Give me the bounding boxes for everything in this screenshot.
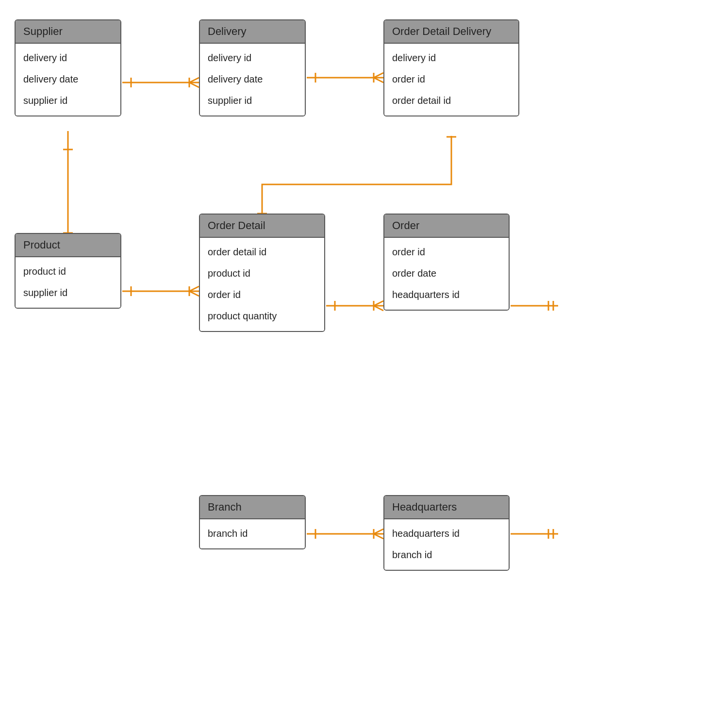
odd-field-2: order detail id — [392, 90, 511, 112]
order-detail-header: Order Detail — [200, 215, 324, 238]
delivery-field-1: delivery date — [208, 69, 297, 90]
branch-header: Branch — [200, 496, 305, 519]
branch-field-0: branch id — [208, 523, 297, 545]
svg-line-6 — [374, 73, 383, 78]
supplier-field-0: delivery id — [23, 48, 113, 69]
branch-table: Branch branch id — [199, 495, 306, 549]
product-header: Product — [16, 234, 120, 257]
product-field-1: supplier id — [23, 282, 113, 304]
hq-field-0: headquarters id — [392, 523, 501, 545]
order-detail-delivery-body: delivery id order id order detail id — [384, 44, 518, 116]
odd-field-1: order id — [392, 69, 511, 90]
delivery-header: Delivery — [200, 20, 305, 44]
order-detail-delivery-table: Order Detail Delivery delivery id order … — [383, 19, 519, 116]
od-field-0: order detail id — [208, 242, 316, 263]
product-body: product id supplier id — [16, 257, 120, 308]
order-detail-table: Order Detail order detail id product id … — [199, 214, 325, 332]
branch-body: branch id — [200, 519, 305, 548]
hq-field-1: branch id — [392, 545, 501, 566]
odd-field-0: delivery id — [392, 48, 511, 69]
supplier-header: Supplier — [16, 20, 120, 44]
headquarters-header: Headquarters — [384, 496, 509, 519]
delivery-field-0: delivery id — [208, 48, 297, 69]
supplier-field-2: supplier id — [23, 90, 113, 112]
svg-line-16 — [189, 286, 199, 291]
order-field-1: order date — [392, 263, 501, 284]
product-table: Product product id supplier id — [15, 233, 121, 309]
svg-line-1 — [189, 78, 199, 83]
order-detail-body: order detail id product id order id prod… — [200, 238, 324, 331]
svg-line-34 — [374, 534, 383, 539]
headquarters-body: headquarters id branch id — [384, 519, 509, 570]
od-field-2: order id — [208, 284, 316, 306]
supplier-body: delivery id delivery date supplier id — [16, 44, 120, 116]
order-header: Order — [384, 215, 509, 238]
delivery-body: delivery id delivery date supplier id — [200, 44, 305, 116]
od-field-3: product quantity — [208, 306, 316, 327]
svg-line-17 — [189, 291, 199, 296]
order-table: Order order id order date headquarters i… — [383, 214, 510, 311]
svg-line-26 — [374, 306, 383, 311]
od-field-1: product id — [208, 263, 316, 284]
order-body: order id order date headquarters id — [384, 238, 509, 310]
svg-line-7 — [374, 78, 383, 83]
headquarters-table: Headquarters headquarters id branch id — [383, 495, 510, 571]
diagram-container: Supplier delivery id delivery date suppl… — [0, 0, 728, 728]
svg-line-2 — [189, 83, 199, 87]
order-field-2: headquarters id — [392, 284, 501, 306]
product-field-0: product id — [23, 261, 113, 282]
delivery-field-2: supplier id — [208, 90, 297, 112]
order-field-0: order id — [392, 242, 501, 263]
supplier-field-1: delivery date — [23, 69, 113, 90]
svg-line-33 — [374, 529, 383, 534]
order-detail-delivery-header: Order Detail Delivery — [384, 20, 518, 44]
svg-line-25 — [374, 301, 383, 306]
delivery-table: Delivery delivery id delivery date suppl… — [199, 19, 306, 116]
supplier-table: Supplier delivery id delivery date suppl… — [15, 19, 121, 116]
